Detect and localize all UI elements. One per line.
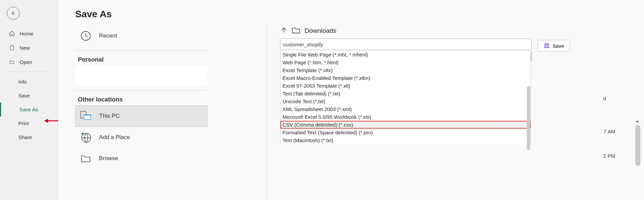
- arrow-up-icon: [280, 26, 288, 34]
- nav-label: Home: [20, 31, 33, 37]
- save-button-label: Save: [553, 43, 564, 49]
- nav-label: Info: [18, 79, 27, 85]
- filetype-option[interactable]: Excel 97-2003 Template (*.xlt): [281, 82, 531, 90]
- nav-label: Save: [18, 93, 30, 98]
- filetype-option[interactable]: XML Spreadsheet 2003 (*.xml): [281, 105, 531, 113]
- page-title: Save As: [75, 9, 644, 20]
- location-label: Recent: [99, 32, 117, 39]
- nav-share[interactable]: Share: [0, 130, 58, 144]
- dropdown-scrollbar[interactable]: [527, 86, 530, 150]
- folder-open-icon: [9, 59, 15, 65]
- location-browse[interactable]: Browse: [75, 148, 207, 169]
- up-folder-button[interactable]: [280, 26, 288, 35]
- arrow-left-icon: [10, 10, 16, 16]
- folder-icon: [292, 26, 300, 35]
- save-button[interactable]: Save: [538, 40, 570, 51]
- divider: [75, 50, 207, 51]
- filetype-option[interactable]: Single File Web Page (*.mht, *.mhtml): [281, 51, 531, 59]
- caret-up-icon: [635, 118, 640, 124]
- save-panel: Downloads CSV (Comma delimited) (*.csv) …: [280, 26, 568, 61]
- location-label: This PC: [99, 113, 120, 119]
- nav-label: Save As: [19, 107, 38, 112]
- location-this-pc[interactable]: This PC: [75, 105, 207, 127]
- location-add-place[interactable]: Add a Place: [75, 127, 207, 148]
- add-place-icon: [80, 132, 91, 143]
- current-folder-label[interactable]: Downloads: [305, 27, 336, 35]
- personal-account-box[interactable]: [75, 65, 207, 86]
- column-divider: [267, 26, 267, 200]
- nav-print[interactable]: Print: [0, 116, 58, 130]
- breadcrumb: Downloads: [280, 26, 568, 35]
- backstage-sidebar: Home New Open Info Save Save As Print Sh…: [0, 0, 58, 200]
- location-recent[interactable]: Recent: [75, 25, 207, 46]
- personal-header: Personal: [78, 56, 207, 63]
- scrollbar-thumb[interactable]: [636, 125, 640, 166]
- filetype-option[interactable]: Unicode Text (*.txt): [281, 97, 531, 105]
- document-icon: [9, 45, 15, 51]
- svg-rect-5: [84, 115, 91, 115]
- nav-info[interactable]: Info: [0, 75, 58, 89]
- filetype-option[interactable]: Excel Macro-Enabled Template (*.xltm): [281, 74, 531, 82]
- filetype-option[interactable]: Web Page (*.htm, *.html): [281, 59, 531, 66]
- nav-open[interactable]: Open: [0, 55, 58, 69]
- divider: [75, 90, 207, 91]
- location-label: Browse: [99, 155, 118, 162]
- locations-column: Recent Personal Other locations This PC …: [75, 25, 207, 169]
- nav-label: Share: [18, 134, 32, 140]
- other-locations-header: Other locations: [78, 96, 207, 103]
- nav-save[interactable]: Save: [0, 89, 58, 103]
- nav-new[interactable]: New: [0, 41, 58, 55]
- filetype-option[interactable]: Microsoft Excel 5.0/95 Workbook (*.xls): [281, 113, 531, 121]
- save-icon: [544, 43, 550, 49]
- file-list-header-fragment: d: [603, 95, 606, 101]
- nav-label: New: [20, 45, 30, 51]
- nav-divider: [7, 72, 50, 72]
- back-button[interactable]: [7, 7, 20, 20]
- clock-icon: [80, 30, 91, 42]
- save-as-page: Save As Recent Personal Other locations …: [58, 0, 644, 200]
- this-pc-icon: [80, 110, 92, 122]
- svg-rect-4: [84, 115, 91, 119]
- filetype-option[interactable]: Text (Tab delimited) (*.txt): [281, 90, 531, 97]
- file-modified-time: 7 AM: [604, 129, 615, 134]
- filetype-options-list: Single File Web Page (*.mht, *.mhtml) We…: [280, 51, 531, 144]
- filetype-option[interactable]: Formatted Text (Space delimited) (*.prn): [281, 129, 531, 136]
- filetype-option[interactable]: Text (Macintosh) (*.txt): [281, 136, 531, 144]
- nav-home[interactable]: Home: [0, 26, 58, 41]
- location-label: Add a Place: [99, 134, 130, 141]
- nav-label: Open: [20, 59, 32, 65]
- nav-label: Print: [18, 120, 29, 126]
- scroll-up-button[interactable]: [635, 118, 640, 125]
- filename-input[interactable]: [280, 39, 532, 50]
- filetype-option-highlighted[interactable]: CSV (Comma delimited) (*.csv): [281, 121, 531, 129]
- filetype-option[interactable]: Excel Template (*.xltx): [281, 66, 531, 74]
- folder-icon: [80, 153, 91, 164]
- home-icon: [9, 30, 15, 37]
- file-modified-time: 2 PM: [603, 153, 615, 159]
- nav-save-as[interactable]: Save As: [0, 103, 58, 116]
